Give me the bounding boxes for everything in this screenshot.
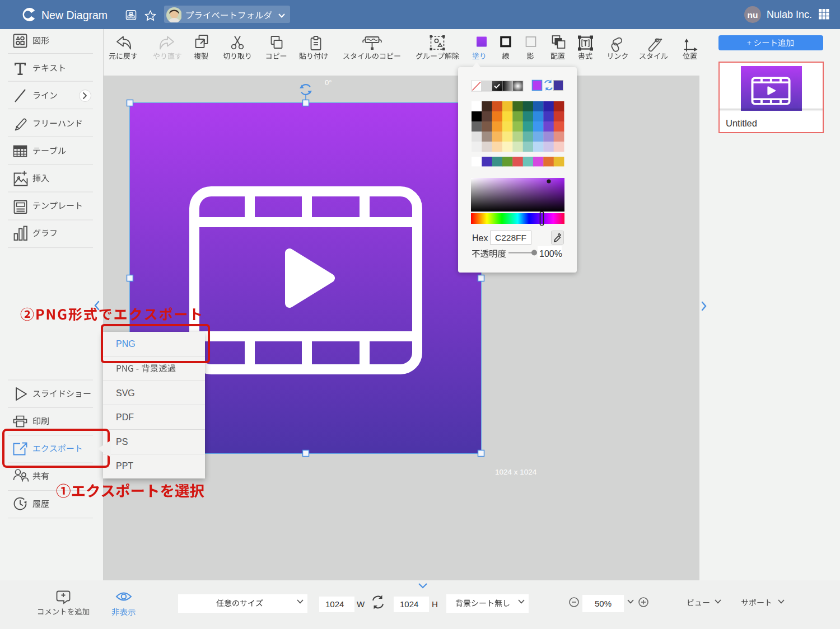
svg-text:0°: 0° <box>325 78 332 87</box>
svg-text:nu: nu <box>748 10 758 20</box>
